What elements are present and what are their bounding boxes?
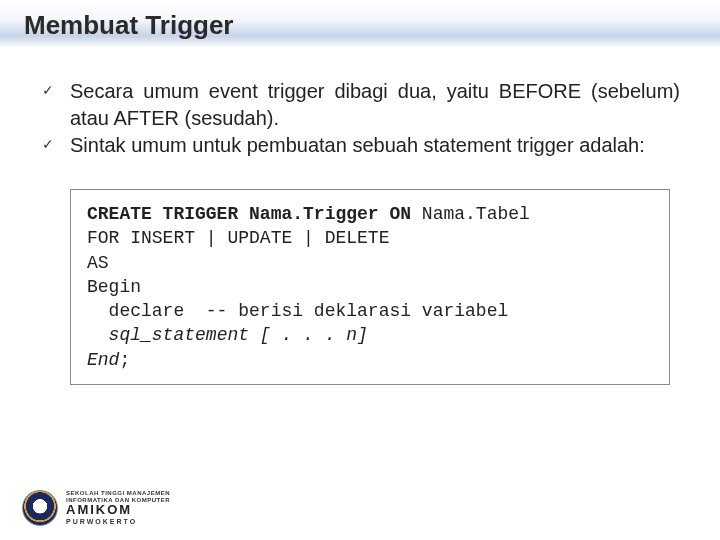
university-seal-icon: [22, 490, 58, 526]
footer-line1a: SEKOLAH TINGGI MANAJEMEN: [66, 490, 170, 497]
code-line: Nama.Tabel: [422, 204, 530, 224]
code-line: ;: [119, 350, 130, 370]
code-line: sql_statement [ . . . n]: [109, 325, 368, 345]
code-block: CREATE TRIGGER Nama.Trigger ON Nama.Tabe…: [70, 189, 670, 385]
bullet-item: Sintak umum untuk pembuatan sebuah state…: [40, 132, 680, 159]
footer-logo-block: SEKOLAH TINGGI MANAJEMEN INFORMATIKA DAN…: [22, 490, 170, 526]
code-line: End: [87, 350, 119, 370]
code-line: CREATE TRIGGER Nama.Trigger ON: [87, 204, 422, 224]
bullet-item: Secara umum event trigger dibagi dua, ya…: [40, 78, 680, 132]
bullet-list: Secara umum event trigger dibagi dua, ya…: [40, 78, 680, 159]
footer-text: SEKOLAH TINGGI MANAJEMEN INFORMATIKA DAN…: [66, 490, 170, 526]
code-line: declare -- berisi deklarasi variabel: [87, 301, 508, 321]
slide-title: Membuat Trigger: [24, 10, 233, 41]
code-line: [87, 325, 109, 345]
footer-city: PURWOKERTO: [66, 518, 170, 526]
code-line: Begin: [87, 277, 141, 297]
code-line: FOR INSERT | UPDATE | DELETE: [87, 228, 389, 248]
content-area: Secara umum event trigger dibagi dua, ya…: [40, 78, 680, 385]
code-line: AS: [87, 253, 109, 273]
footer-institution: AMIKOM: [66, 503, 170, 517]
